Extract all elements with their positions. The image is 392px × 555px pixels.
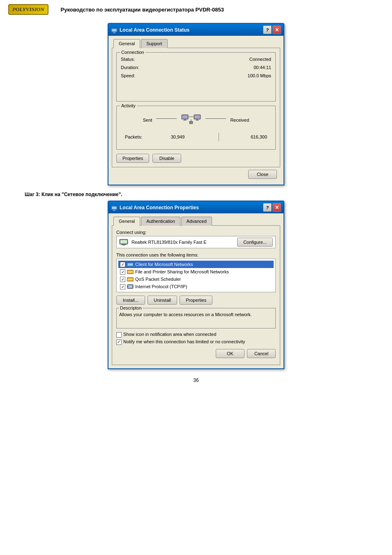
list-item-1[interactable]: File and Printer Sharing for Microsoft N… (118, 268, 274, 275)
svg-rect-28 (128, 278, 133, 280)
packets-row: Packets: 30,949 616,300 (121, 133, 271, 141)
page-number: 36 (25, 377, 367, 383)
dialog2-title-icon (111, 204, 118, 211)
sent-packets-value: 30,949 (171, 134, 185, 139)
connect-using-label: Connect using: (116, 230, 276, 235)
page-header: POLYVISION Руководство по эксплуатации в… (0, 0, 392, 19)
activity-area: Sent (121, 109, 271, 141)
svg-rect-5 (182, 116, 187, 118)
svg-rect-18 (113, 210, 116, 211)
dialog2-help-button[interactable]: ? (263, 203, 272, 212)
dialog1-help-button[interactable]: ? (263, 25, 272, 34)
list-item-3[interactable]: Internet Protocol (TCP/IP) (118, 283, 274, 290)
notify-checkbox[interactable] (116, 340, 122, 345)
item-icon-0 (127, 261, 134, 267)
item-icon-2 (127, 276, 134, 282)
dialog2-tabs: General Authentication Advanced (112, 217, 280, 226)
install-button[interactable]: Install... (116, 296, 145, 305)
description-label: Descripton (119, 305, 143, 310)
show-icon-label: Show icon in notification area when conn… (123, 332, 216, 337)
dialog2-tab-advanced[interactable]: Advanced (181, 217, 212, 226)
list-item-label-0: Client for Microsoft Networks (135, 262, 193, 267)
items-list: Client for Microsoft Networks File and P… (116, 259, 276, 292)
list-item-0[interactable]: Client for Microsoft Networks (118, 261, 274, 268)
list-item-label-1: File and Printer Sharing for Microsoft N… (135, 269, 229, 274)
dialog2-properties-button[interactable]: Properties (180, 296, 212, 305)
duration-row: Duration: 00:44:11 (121, 64, 271, 71)
checkbox-0[interactable] (120, 262, 125, 267)
svg-rect-10 (196, 119, 198, 120)
sent-packets-col: 30,949 (171, 133, 217, 141)
svg-rect-21 (121, 244, 126, 245)
dialog2-controls: ? ✕ (263, 203, 281, 212)
svg-rect-9 (195, 116, 200, 118)
dialog1-title-icon (111, 27, 118, 33)
status-value: Connected (249, 57, 271, 62)
svg-rect-2 (113, 32, 115, 33)
logo: POLYVISION (8, 4, 48, 15)
checkbox-3[interactable] (120, 284, 125, 289)
svg-rect-26 (128, 271, 133, 273)
sent-label: Sent (143, 118, 152, 123)
dialog1-tabs: General Support (112, 39, 280, 48)
checkbox-2[interactable] (120, 277, 125, 282)
dialog2-title-left: Local Area Connection Properties (111, 204, 199, 211)
connection-group-label: Connection (120, 50, 145, 55)
packets-label-col: Packets: (125, 133, 171, 141)
properties-button[interactable]: Properties (116, 154, 149, 163)
description-text: Allows your computer to access resources… (119, 312, 273, 318)
description-box: Descripton Allows your computer to acces… (116, 308, 276, 328)
dialog1-titlebar: Local Area Connection Status ? ✕ (108, 24, 284, 36)
list-item-2[interactable]: QoS Packet Scheduler (118, 275, 274, 283)
dialog2-title-text: Local Area Connection Properties (120, 205, 199, 210)
dialog2-tab-general[interactable]: General (113, 217, 140, 226)
svg-rect-16 (112, 207, 116, 209)
cancel-button[interactable]: Cancel (247, 349, 276, 358)
install-row: Install... Uninstall Properties (116, 296, 276, 305)
dialog1-tab-general[interactable]: General (113, 39, 140, 48)
svg-rect-17 (113, 210, 115, 210)
adapter-icon (119, 238, 128, 246)
received-label: Received (230, 118, 249, 123)
dialog1-title-left: Local Area Connection Status (111, 27, 189, 33)
disable-button[interactable]: Disable (152, 154, 181, 163)
logo-area: POLYVISION (8, 4, 48, 15)
speed-label: Speed: (121, 73, 135, 78)
dialog2-tab-authentication[interactable]: Authentication (141, 217, 180, 226)
ok-button[interactable]: OK (216, 349, 244, 358)
activity-group-label: Activity (120, 103, 137, 108)
dialog2-titlebar: Local Area Connection Properties ? ✕ (108, 201, 284, 213)
packets-divider (219, 133, 219, 141)
close-button[interactable]: Close (248, 170, 277, 179)
adapter-name: Realtek RTL8139/810x Family Fast E (131, 240, 234, 245)
configure-button[interactable]: Configure... (237, 238, 273, 247)
status-row: Status: Connected (121, 56, 271, 62)
svg-rect-30 (128, 285, 132, 288)
ok-cancel-row: OK Cancel (116, 347, 276, 361)
show-icon-checkbox[interactable] (116, 332, 122, 338)
dialog1-close-row: Close (112, 167, 280, 181)
svg-rect-1 (112, 29, 116, 31)
speed-row: Speed: 100.0 Mbps (121, 72, 271, 79)
item-icon-3 (127, 284, 134, 289)
header-title: Руководство по эксплуатации видеорегистр… (61, 7, 224, 13)
notify-row: Notify me when this connection has limit… (116, 339, 276, 345)
received-packets-value: 616,300 (251, 134, 267, 139)
svg-rect-20 (120, 240, 127, 243)
list-item-label-3: Internet Protocol (TCP/IP) (135, 284, 187, 289)
show-icon-row: Show icon in notification area when conn… (116, 332, 276, 338)
svg-rect-11 (196, 120, 199, 120)
activity-group: Activity Sent (116, 106, 276, 150)
checkbox-1[interactable] (120, 269, 125, 275)
dialog2-close-button[interactable]: ✕ (272, 203, 281, 212)
dialog1-title-text: Local Area Connection Status (120, 27, 189, 33)
dialog1-close-button[interactable]: ✕ (272, 25, 281, 34)
activity-middle: Sent (121, 111, 271, 129)
dialog1-body: General Support Connection Status: Conne… (108, 36, 284, 185)
dialog1-tab-support[interactable]: Support (141, 39, 168, 48)
uninstall-button[interactable]: Uninstall (148, 296, 177, 305)
svg-rect-22 (122, 245, 125, 245)
speed-value: 100.0 Mbps (248, 73, 271, 78)
items-label: This connection uses the following items… (116, 252, 276, 257)
svg-rect-24 (128, 264, 133, 266)
